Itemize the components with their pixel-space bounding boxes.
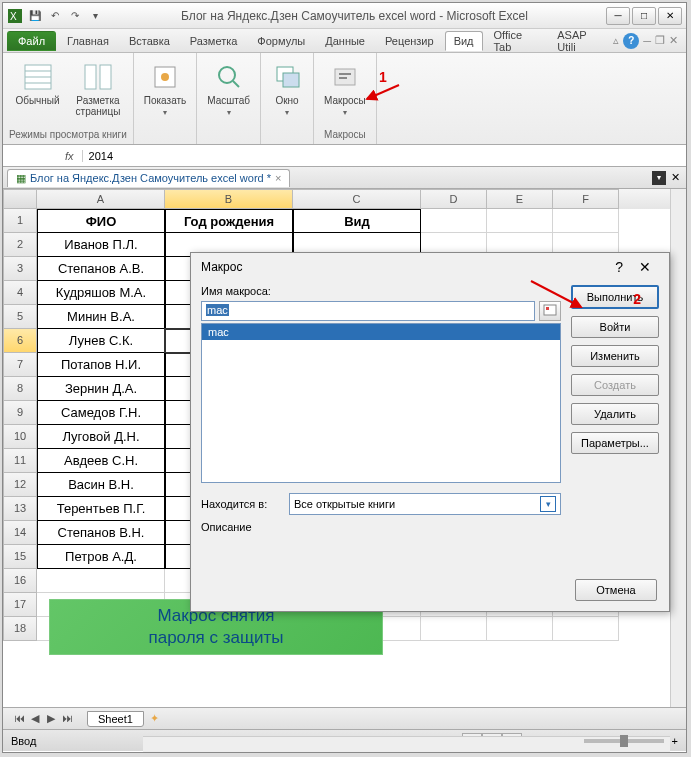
- zoom-in-icon[interactable]: +: [672, 735, 678, 747]
- redo-icon[interactable]: ↷: [67, 8, 83, 24]
- select-all-corner[interactable]: [3, 189, 37, 209]
- ribbon-minimize-icon[interactable]: ▵: [613, 34, 619, 47]
- run-button[interactable]: Выполнить: [571, 285, 659, 309]
- minimize-button[interactable]: ─: [606, 7, 630, 25]
- cell[interactable]: Зернин Д.А.: [37, 377, 165, 401]
- doc-tab-close-icon[interactable]: ×: [275, 172, 281, 184]
- cancel-button[interactable]: Отмена: [575, 579, 657, 601]
- zoom-slider[interactable]: [584, 739, 664, 743]
- cell[interactable]: Лунев С.К.: [37, 329, 165, 353]
- row-header[interactable]: 4: [3, 281, 37, 305]
- cell[interactable]: ФИО: [37, 209, 165, 233]
- dialog-close-icon[interactable]: ✕: [631, 259, 659, 275]
- cell[interactable]: [421, 617, 487, 641]
- zoom-button[interactable]: Масштаб ▾: [203, 59, 254, 119]
- doc-tabs-close-icon[interactable]: ✕: [668, 171, 682, 185]
- macro-list[interactable]: mac: [201, 323, 561, 483]
- col-header-B[interactable]: B: [165, 189, 293, 209]
- cell[interactable]: Петров А.Д.: [37, 545, 165, 569]
- page-layout-button[interactable]: Разметка страницы: [72, 59, 125, 119]
- cell[interactable]: [553, 617, 619, 641]
- row-header[interactable]: 1: [3, 209, 37, 233]
- cell[interactable]: Потапов Н.И.: [37, 353, 165, 377]
- edit-button[interactable]: Изменить: [571, 345, 659, 367]
- dialog-help-icon[interactable]: ?: [607, 259, 631, 275]
- row-header[interactable]: 2: [3, 233, 37, 257]
- row-header[interactable]: 17: [3, 593, 37, 617]
- cell[interactable]: Кудряшов М.А.: [37, 281, 165, 305]
- row-header[interactable]: 14: [3, 521, 37, 545]
- cell[interactable]: [553, 209, 619, 233]
- col-header-A[interactable]: A: [37, 189, 165, 209]
- tab-data[interactable]: Данные: [316, 31, 374, 51]
- cell[interactable]: [37, 569, 165, 593]
- create-button[interactable]: Создать: [571, 374, 659, 396]
- normal-view-button[interactable]: Обычный: [11, 59, 63, 108]
- cell[interactable]: Иванов П.Л.: [37, 233, 165, 257]
- row-header[interactable]: 6: [3, 329, 37, 353]
- row-header[interactable]: 12: [3, 473, 37, 497]
- tab-insert[interactable]: Вставка: [120, 31, 179, 51]
- cell[interactable]: Васин В.Н.: [37, 473, 165, 497]
- sheet-nav-prev-icon[interactable]: ◀: [27, 712, 43, 725]
- macro-ref-button[interactable]: [539, 301, 561, 321]
- location-select[interactable]: Все открытые книги ▾: [289, 493, 561, 515]
- cell[interactable]: Степанов А.В.: [37, 257, 165, 281]
- window-button[interactable]: Окно ▾: [267, 59, 307, 119]
- fx-button[interactable]: fx: [57, 150, 83, 162]
- options-button[interactable]: Параметры...: [571, 432, 659, 454]
- cell[interactable]: [421, 209, 487, 233]
- macros-button[interactable]: Макросы ▾: [320, 59, 370, 119]
- tab-home[interactable]: Главная: [58, 31, 118, 51]
- sheet-nav-last-icon[interactable]: ⏭: [59, 712, 75, 725]
- undo-icon[interactable]: ↶: [47, 8, 63, 24]
- cell[interactable]: Минин В.А.: [37, 305, 165, 329]
- col-header-E[interactable]: E: [487, 189, 553, 209]
- row-header[interactable]: 10: [3, 425, 37, 449]
- tab-review[interactable]: Рецензир: [376, 31, 443, 51]
- qat-more-icon[interactable]: ▾: [87, 8, 103, 24]
- doc-tabs-dropdown-icon[interactable]: ▾: [652, 171, 666, 185]
- sheet-tab[interactable]: Sheet1: [87, 711, 144, 727]
- row-header[interactable]: 18: [3, 617, 37, 641]
- row-header[interactable]: 7: [3, 353, 37, 377]
- tab-officetab[interactable]: Office Tab: [485, 25, 547, 57]
- inner-minimize-icon[interactable]: ─: [643, 35, 651, 47]
- save-icon[interactable]: 💾: [27, 8, 43, 24]
- cell[interactable]: Вид: [293, 209, 421, 233]
- new-sheet-icon[interactable]: ✦: [150, 712, 159, 725]
- tab-asap[interactable]: ASAP Utili: [548, 25, 611, 57]
- inner-restore-icon[interactable]: ❐: [655, 34, 665, 47]
- row-header[interactable]: 13: [3, 497, 37, 521]
- row-header[interactable]: 8: [3, 377, 37, 401]
- sheet-nav-first-icon[interactable]: ⏮: [11, 712, 27, 725]
- close-button[interactable]: ✕: [658, 7, 682, 25]
- cell[interactable]: Степанов В.Н.: [37, 521, 165, 545]
- row-header[interactable]: 16: [3, 569, 37, 593]
- row-header[interactable]: 11: [3, 449, 37, 473]
- macro-list-item[interactable]: mac: [202, 324, 560, 340]
- inner-close-icon[interactable]: ✕: [669, 34, 678, 47]
- row-header[interactable]: 15: [3, 545, 37, 569]
- tab-formulas[interactable]: Формулы: [248, 31, 314, 51]
- cell[interactable]: Луговой Д.Н.: [37, 425, 165, 449]
- col-header-C[interactable]: C: [293, 189, 421, 209]
- cell[interactable]: [487, 209, 553, 233]
- col-header-D[interactable]: D: [421, 189, 487, 209]
- tab-file[interactable]: Файл: [7, 31, 56, 51]
- vertical-scrollbar[interactable]: [670, 189, 686, 707]
- show-button[interactable]: Показать ▾: [140, 59, 191, 119]
- maximize-button[interactable]: □: [632, 7, 656, 25]
- macro-name-input[interactable]: mac: [201, 301, 535, 321]
- col-header-F[interactable]: F: [553, 189, 619, 209]
- doc-tab[interactable]: ▦ Блог на Яндекс.Дзен Самоучитель excel …: [7, 169, 290, 187]
- tab-view[interactable]: Вид: [445, 31, 483, 51]
- help-icon[interactable]: ?: [623, 33, 639, 49]
- formula-input[interactable]: [83, 150, 686, 162]
- sheet-nav-next-icon[interactable]: ▶: [43, 712, 59, 725]
- row-header[interactable]: 5: [3, 305, 37, 329]
- cell[interactable]: Самедов Г.Н.: [37, 401, 165, 425]
- row-header[interactable]: 3: [3, 257, 37, 281]
- cell[interactable]: Год рождения: [165, 209, 293, 233]
- cell[interactable]: [487, 617, 553, 641]
